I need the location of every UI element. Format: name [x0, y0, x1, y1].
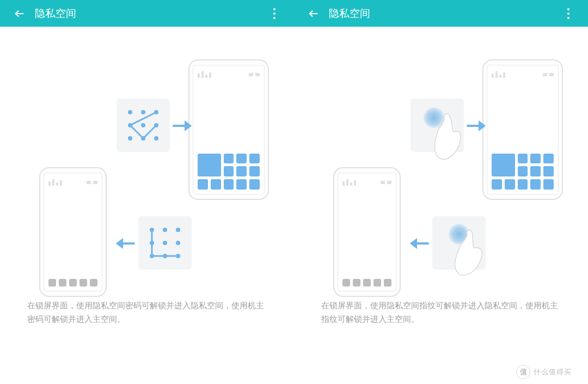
- arrow-left-icon: [112, 238, 136, 249]
- svg-point-10: [163, 228, 167, 232]
- page-title: 隐私空间: [329, 7, 555, 21]
- more-vert-icon: [567, 8, 569, 19]
- svg-point-11: [176, 228, 180, 232]
- svg-point-4: [141, 123, 145, 127]
- pattern-card-main: [138, 216, 192, 270]
- finger-touch-icon: [442, 221, 491, 281]
- fingerprint-card-private: [411, 99, 464, 152]
- description-text: 在锁屏界面，使用隐私空间指纹可解锁并进入隐私空间，使用机主指纹可解锁并进入主空间…: [305, 299, 577, 337]
- svg-point-0: [128, 110, 132, 114]
- left-pane: 隐私空间: [0, 0, 294, 384]
- phone-private-space: [188, 59, 269, 200]
- overflow-menu-button[interactable]: [555, 1, 581, 27]
- back-arrow-icon: [14, 8, 26, 20]
- svg-point-14: [176, 241, 180, 245]
- watermark: 值 什么值得买: [516, 364, 581, 380]
- phone-private-space: [482, 59, 563, 200]
- watermark-logo: 值: [516, 365, 530, 379]
- phone-main-space: [39, 167, 107, 297]
- arrow-left-icon: [406, 238, 430, 249]
- fingerprint-card-main: [432, 216, 486, 270]
- more-vert-icon: [273, 8, 275, 19]
- arrow-right-icon: [171, 120, 195, 131]
- header-left: 隐私空间: [0, 0, 294, 27]
- svg-point-13: [163, 241, 167, 245]
- right-pane: 隐私空间: [294, 0, 588, 384]
- svg-point-8: [154, 136, 158, 141]
- fingerprint-unlock-illustration: [305, 59, 577, 299]
- back-button[interactable]: [7, 1, 33, 27]
- content-right: 在锁屏界面，使用隐私空间指纹可解锁并进入隐私空间，使用机主指纹可解锁并进入主空间…: [294, 27, 588, 384]
- description-text: 在锁屏界面，使用隐私空间密码可解锁并进入隐私空间，使用机主密码可解锁并进入主空间…: [11, 299, 283, 337]
- pattern-unlock-illustration: [11, 59, 283, 299]
- finger-touch-icon: [421, 104, 470, 164]
- pattern-l-icon: [143, 221, 187, 265]
- svg-point-6: [128, 136, 132, 141]
- watermark-text: 什么值得买: [534, 367, 572, 377]
- back-button[interactable]: [301, 1, 327, 27]
- arrow-right-icon: [465, 120, 489, 131]
- overflow-menu-button[interactable]: [261, 1, 287, 27]
- pattern-g-icon: [121, 103, 165, 147]
- pattern-card-private: [117, 99, 170, 152]
- svg-point-1: [141, 110, 145, 114]
- phone-main-space: [333, 167, 401, 297]
- page-title: 隐私空间: [35, 7, 261, 21]
- content-left: 在锁屏界面，使用隐私空间密码可解锁并进入隐私空间，使用机主密码可解锁并进入主空间…: [0, 27, 294, 384]
- header-right: 隐私空间: [294, 0, 588, 27]
- back-arrow-icon: [308, 8, 320, 20]
